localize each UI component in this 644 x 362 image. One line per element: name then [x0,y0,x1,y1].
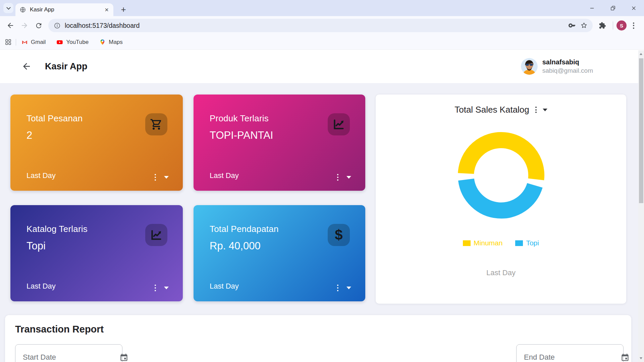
card-period-label: Last Day [210,171,239,180]
card-period-label: Last Day [26,282,56,291]
sales-katalog-panel: Total Sales Katalog MinumanTopi Last Day [376,95,626,304]
user-avatar [521,58,538,75]
tab-close-icon[interactable]: × [103,6,111,14]
panel-title: Total Sales Katalog [454,105,529,115]
site-info-icon[interactable] [54,22,61,29]
browser-toolbar: localhost:5173/dashboard S [0,16,644,35]
transaction-report-panel: Transaction Report [5,315,631,362]
bookmarks-divider [16,39,16,46]
stat-card: Total Pendapatan Rp. 40,000 $ Last Day [194,205,365,301]
browser-menu-icon[interactable] [627,18,641,33]
report-title: Transaction Report [15,324,624,335]
caret-down-icon[interactable] [164,287,169,289]
stat-card: Katalog Terlaris Topi Last Day [10,205,183,301]
bookmark-star-icon[interactable] [578,19,590,32]
bookmark-gmail[interactable]: Gmail [21,39,46,46]
dollar-icon: $ [328,224,350,246]
chevron-down-icon [6,5,11,10]
card-menu-icon[interactable] [337,285,339,292]
caret-down-icon[interactable] [543,109,547,111]
browser-titlebar: Kasir App × + [0,0,644,16]
window-minimize-button[interactable] [582,0,602,16]
maps-pin-icon [99,39,106,45]
reload-button[interactable] [32,18,46,33]
app-header: Kasir App salnafsabiq sabiq@gm [0,50,644,83]
page-scrollbar[interactable] [638,50,644,362]
new-tab-button[interactable]: + [118,4,129,15]
user-chip[interactable]: salnafsabiq sabiq@gmail.com [521,58,593,75]
card-menu-icon[interactable] [155,174,156,181]
back-button[interactable] [3,18,17,33]
tab-search-button[interactable] [3,3,13,13]
legend-label: Minuman [474,239,502,247]
bookmark-youtube[interactable]: YouTube [56,39,89,46]
caret-down-icon[interactable] [346,287,351,289]
page-title: Kasir App [45,61,88,72]
start-date-field[interactable] [15,344,122,362]
caret-down-icon[interactable] [346,176,351,179]
back-arrow-button[interactable] [21,61,32,71]
forward-button[interactable] [17,18,32,33]
card-menu-icon[interactable] [155,285,156,292]
dashboard-content: Total Pesanan 2 Last Day Produk Terlaris… [0,83,644,362]
scrollbar-thumb[interactable] [639,58,643,203]
scroll-up-arrow-icon[interactable] [640,53,642,55]
address-bar[interactable]: localhost:5173/dashboard [48,19,593,32]
calendar-icon[interactable] [119,353,128,362]
tab-title: Kasir App [30,6,103,13]
browser-tab[interactable]: Kasir App × [15,3,113,16]
globe-favicon-icon [19,6,26,13]
donut-chart [454,128,548,222]
legend-label: Topi [526,239,539,247]
start-date-input[interactable] [23,353,119,362]
bookmarks-bar: Gmail YouTube Maps [0,35,644,50]
caret-down-icon[interactable] [164,176,169,179]
donut-segment-minuman [466,140,536,179]
donut-segment-topi [466,180,535,210]
scroll-down-arrow-icon[interactable] [640,357,642,359]
user-email: sabiq@gmail.com [542,67,593,74]
stat-card: Produk Terlaris TOPI-PANTAI Last Day [194,95,365,191]
legend-swatch [463,240,471,246]
legend-item[interactable]: Topi [515,239,539,247]
extensions-icon[interactable] [595,18,609,33]
window-close-button[interactable] [623,0,644,16]
card-period-label: Last Day [26,171,56,180]
chart-legend: MinumanTopi [376,239,626,247]
youtube-icon [56,39,63,46]
end-date-input[interactable] [524,353,621,362]
card-menu-icon[interactable] [337,174,339,181]
window-restore-button[interactable] [602,0,623,16]
cart-icon [145,113,167,135]
user-name: salnafsabiq [542,58,593,66]
calendar-icon[interactable] [621,353,630,362]
stat-card: Total Pesanan 2 Last Day [10,95,183,191]
legend-item[interactable]: Minuman [463,239,502,247]
apps-grid-icon[interactable] [5,39,12,46]
legend-swatch [515,240,523,246]
end-date-field[interactable] [516,344,624,362]
trend-chart-icon [145,224,167,246]
bookmark-maps[interactable]: Maps [99,39,123,46]
url-text[interactable]: localhost:5173/dashboard [65,22,140,29]
toolbar-divider [613,21,613,29]
gmail-icon [21,39,28,45]
card-period-label: Last Day [210,282,239,291]
browser-profile-avatar[interactable]: S [616,20,627,31]
panel-menu-icon[interactable] [535,107,537,113]
panel-period-label: Last Day [376,268,626,277]
trend-chart-icon [328,113,350,135]
password-key-icon[interactable] [566,19,578,32]
